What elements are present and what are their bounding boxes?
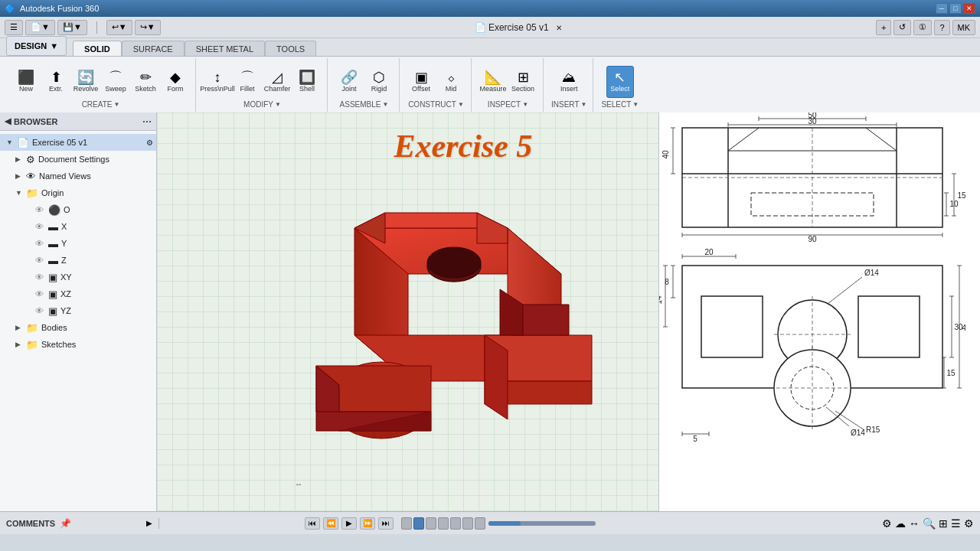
- viewport-settings-icon[interactable]: ⚙: [882, 517, 892, 530]
- eye-icon[interactable]: 👁: [35, 239, 44, 248]
- minimize-button[interactable]: ─: [936, 3, 948, 14]
- expand-comments-icon[interactable]: ▶: [146, 519, 152, 527]
- rigid-group-button[interactable]: ⬡ Rigid: [365, 66, 393, 98]
- viewport[interactable]: Exercise 5: [157, 112, 658, 511]
- pan-icon[interactable]: ↔: [909, 517, 920, 530]
- app-menu-button[interactable]: ☰: [5, 20, 23, 35]
- browser-title: ◀ BROWSER: [5, 116, 57, 126]
- modify-label[interactable]: MODIFY ▼: [243, 100, 281, 112]
- offset-plane-button[interactable]: ▣ Offset: [407, 66, 435, 98]
- insert-label[interactable]: INSERT ▼: [551, 100, 586, 112]
- display-icon[interactable]: ☰: [951, 517, 961, 530]
- notification-button[interactable]: ①: [913, 20, 932, 35]
- timeline-segment[interactable]: [450, 517, 461, 530]
- play-button[interactable]: ▶: [341, 517, 357, 530]
- extrude-button[interactable]: ⬆ Extr.: [42, 66, 70, 98]
- timeline-segment[interactable]: [401, 517, 412, 530]
- eye-icon[interactable]: 👁: [35, 222, 44, 231]
- eye-icon[interactable]: 👁: [35, 256, 44, 265]
- timeline-segment[interactable]: [426, 517, 436, 530]
- create-label[interactable]: CREATE ▼: [82, 100, 120, 112]
- step-forward-button[interactable]: ⏩: [360, 517, 375, 530]
- press-pull-button[interactable]: ↕ Press\nPull: [204, 66, 231, 98]
- sweep-button[interactable]: ⌒ Sweep: [102, 66, 129, 98]
- info-button[interactable]: ?: [934, 20, 949, 35]
- point-icon: ⚫: [48, 204, 60, 216]
- tab-surface[interactable]: SURFACE: [122, 41, 185, 56]
- folder-icon: 📁: [26, 339, 38, 350]
- undo-button[interactable]: ↩▼: [106, 20, 132, 35]
- collapse-icon[interactable]: ◀: [5, 116, 11, 126]
- timeline-segment[interactable]: [475, 517, 485, 530]
- joint-button[interactable]: 🔗 Joint: [335, 66, 363, 98]
- browser-options-icon[interactable]: ⋯: [142, 116, 152, 127]
- skip-start-button[interactable]: ⏮: [305, 517, 320, 530]
- user-button[interactable]: MK: [952, 20, 976, 35]
- tree-item-xz[interactable]: 👁 ▣ XZ: [0, 285, 156, 302]
- timeline-segment[interactable]: [462, 517, 473, 530]
- construct-label[interactable]: CONSTRUCT ▼: [408, 100, 464, 112]
- insert-mesh-button[interactable]: ⛰ Insert: [555, 66, 583, 98]
- tab-sheet-metal[interactable]: SHEET METAL: [185, 41, 265, 56]
- section-icon: ⊞: [518, 70, 529, 84]
- close-tab-icon[interactable]: ✕: [556, 24, 562, 32]
- save-button[interactable]: 💾▼: [57, 20, 87, 35]
- chamfer-button[interactable]: ◿ Chamfer: [263, 66, 291, 98]
- grid-icon[interactable]: ⊞: [939, 517, 948, 530]
- section-button[interactable]: ⊞ Section: [509, 66, 537, 98]
- sketch-icon: ✏: [140, 70, 152, 84]
- tree-item-z[interactable]: 👁 ▬ Z: [0, 252, 156, 269]
- new-component-button[interactable]: ⬛ New: [12, 66, 40, 98]
- joint-icon: 🔗: [341, 70, 358, 84]
- fillet-button[interactable]: ⌒ Fillet: [234, 66, 261, 98]
- revolve-button[interactable]: 🔄 Revolve: [72, 66, 100, 98]
- eye-icon[interactable]: 👁: [35, 205, 44, 214]
- tree-item-sketches[interactable]: ▶ 📁 Sketches: [0, 336, 156, 353]
- pin-icon[interactable]: 📌: [60, 518, 71, 529]
- step-back-button[interactable]: ⏪: [323, 517, 338, 530]
- add-tab-button[interactable]: +: [876, 20, 891, 35]
- eye-icon[interactable]: 👁: [35, 289, 44, 298]
- eye-icon[interactable]: 👁: [35, 272, 44, 282]
- tree-item-xy[interactable]: 👁 ▣ XY: [0, 269, 156, 285]
- views-icon: 👁: [26, 171, 36, 182]
- zoom-icon[interactable]: 🔍: [923, 517, 936, 530]
- more-icon[interactable]: ⚙: [964, 517, 974, 530]
- ribbon-section-construct: ▣ Offset ⬦ Mid CONSTRUCT ▼: [401, 58, 472, 112]
- inspect-label[interactable]: INSPECT ▼: [488, 100, 528, 112]
- tree-item-x[interactable]: 👁 ▬ X: [0, 218, 156, 235]
- form-button[interactable]: ◆ Form: [162, 66, 189, 98]
- maximize-button[interactable]: □: [949, 3, 962, 14]
- skip-end-button[interactable]: ⏭: [378, 517, 394, 530]
- help-button[interactable]: ↺: [893, 20, 911, 35]
- measure-button[interactable]: 📐 Measure: [479, 66, 507, 98]
- select-label[interactable]: SELECT ▼: [601, 100, 639, 112]
- folder-icon: 📁: [26, 187, 38, 199]
- eye-icon[interactable]: 👁: [35, 306, 44, 315]
- shell-button[interactable]: 🔲 Shell: [293, 66, 321, 98]
- tree-item-root[interactable]: ▼ 📄 Exercise 05 v1 ⚙: [0, 134, 156, 151]
- workspace-dropdown[interactable]: DESIGN ▼: [6, 36, 67, 56]
- tree-item-origin[interactable]: ▼ 📁 Origin: [0, 184, 156, 201]
- tab-tools[interactable]: TOOLS: [265, 41, 316, 56]
- command-bar: ☰ 📄▼ 💾▼ ↩▼ ↪▼ 📄 Exercise 05 v1 ✕ + ↺ ① ?…: [0, 17, 980, 38]
- new-button[interactable]: 📄▼: [25, 20, 55, 35]
- tab-solid[interactable]: SOLID: [73, 41, 122, 56]
- timeline-track[interactable]: [488, 521, 596, 526]
- close-button[interactable]: ✕: [963, 3, 975, 14]
- assemble-label[interactable]: ASSEMBLE ▼: [340, 100, 389, 112]
- redo-button[interactable]: ↪▼: [135, 20, 161, 35]
- tree-item-bodies[interactable]: ▶ 📁 Bodies: [0, 319, 156, 336]
- timeline-segment-active[interactable]: [413, 517, 424, 530]
- tree-item-doc-settings[interactable]: ▶ ⚙ Document Settings: [0, 151, 156, 168]
- cloud-icon[interactable]: ☁: [895, 517, 906, 530]
- select-button[interactable]: ↖ Select: [606, 66, 634, 98]
- tree-item-y[interactable]: 👁 ▬ Y: [0, 235, 156, 252]
- tree-item-yz[interactable]: 👁 ▣ YZ: [0, 302, 156, 319]
- tree-item-o[interactable]: 👁 ⚫ O: [0, 201, 156, 218]
- tree-item-named-views[interactable]: ▶ 👁 Named Views: [0, 168, 156, 184]
- settings-icon[interactable]: ⚙: [146, 139, 153, 147]
- sketch-button[interactable]: ✏ Sketch: [132, 66, 159, 98]
- timeline-segment[interactable]: [438, 517, 449, 530]
- midplane-button[interactable]: ⬦ Mid: [437, 66, 465, 98]
